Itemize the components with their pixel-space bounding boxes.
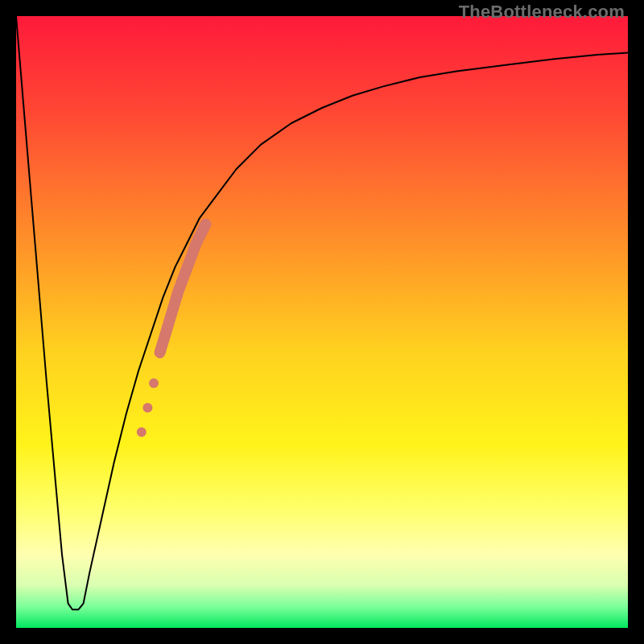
marker-dots — [149, 378, 159, 388]
bottleneck-chart — [16, 16, 628, 628]
watermark-text: TheBottleneck.com — [459, 2, 625, 23]
chart-frame — [16, 16, 628, 628]
marker-dots — [142, 402, 152, 412]
marker-dots — [137, 427, 147, 437]
